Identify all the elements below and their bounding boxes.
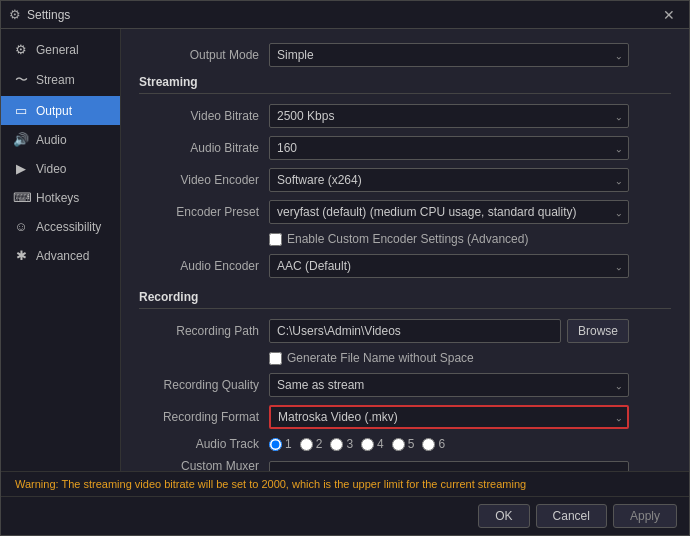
track-3[interactable]: 3 bbox=[330, 437, 353, 451]
track-3-radio[interactable] bbox=[330, 438, 343, 451]
sidebar-item-stream-label: Stream bbox=[36, 73, 75, 87]
video-bitrate-select-wrapper: 2500 Kbps bbox=[269, 104, 629, 128]
recording-path-input[interactable] bbox=[269, 319, 561, 343]
title-bar-left: ⚙ Settings bbox=[9, 7, 70, 22]
recording-quality-select-wrapper: Same as stream bbox=[269, 373, 629, 397]
encoder-preset-select-wrapper: veryfast (default) (medium CPU usage, st… bbox=[269, 200, 629, 224]
sidebar-item-general-label: General bbox=[36, 43, 79, 57]
output-mode-row: Output Mode Simple Advanced bbox=[139, 43, 671, 67]
settings-icon: ⚙ bbox=[9, 7, 21, 22]
track-1[interactable]: 1 bbox=[269, 437, 292, 451]
sidebar-item-output[interactable]: ▭ Output bbox=[1, 96, 120, 125]
track-6-radio[interactable] bbox=[422, 438, 435, 451]
title-bar: ⚙ Settings ✕ bbox=[1, 1, 689, 29]
close-button[interactable]: ✕ bbox=[657, 5, 681, 25]
video-encoder-label: Video Encoder bbox=[139, 173, 259, 187]
recording-quality-select[interactable]: Same as stream bbox=[269, 373, 629, 397]
advanced-icon: ✱ bbox=[13, 248, 29, 263]
video-encoder-select-wrapper: Software (x264) bbox=[269, 168, 629, 192]
audio-track-options: 1 2 3 4 5 bbox=[269, 437, 445, 451]
custom-muxer-label: Custom Muxer Settings bbox=[139, 459, 259, 471]
audio-encoder-select-wrapper: AAC (Default) bbox=[269, 254, 629, 278]
audio-bitrate-row: Audio Bitrate 160 bbox=[139, 136, 671, 160]
track-5-radio[interactable] bbox=[392, 438, 405, 451]
window-title: Settings bbox=[27, 8, 70, 22]
sidebar-item-audio-label: Audio bbox=[36, 133, 67, 147]
audio-track-row: Audio Track 1 2 3 4 bbox=[139, 437, 671, 451]
recording-format-select-wrapper: Matroska Video (.mkv) bbox=[269, 405, 629, 429]
path-row: Browse bbox=[269, 319, 629, 343]
sidebar-item-video-label: Video bbox=[36, 162, 66, 176]
sidebar-item-accessibility[interactable]: ☺ Accessibility bbox=[1, 212, 120, 241]
sidebar-item-hotkeys-label: Hotkeys bbox=[36, 191, 79, 205]
recording-title: Recording bbox=[139, 290, 671, 309]
sidebar: ⚙ General 〜 Stream ▭ Output 🔊 Audio ▶ Vi… bbox=[1, 29, 121, 471]
encoder-preset-label: Encoder Preset bbox=[139, 205, 259, 219]
sidebar-item-accessibility-label: Accessibility bbox=[36, 220, 101, 234]
audio-track-label: Audio Track bbox=[139, 437, 259, 451]
custom-encoder-label: Enable Custom Encoder Settings (Advanced… bbox=[287, 232, 528, 246]
apply-button[interactable]: Apply bbox=[613, 504, 677, 528]
sidebar-item-audio[interactable]: 🔊 Audio bbox=[1, 125, 120, 154]
recording-format-label: Recording Format bbox=[139, 410, 259, 424]
recording-format-row: Recording Format Matroska Video (.mkv) bbox=[139, 405, 671, 429]
audio-bitrate-label: Audio Bitrate bbox=[139, 141, 259, 155]
video-bitrate-select[interactable]: 2500 Kbps bbox=[269, 104, 629, 128]
warning-text: Warning: The streaming video bitrate wil… bbox=[15, 478, 526, 490]
streaming-title: Streaming bbox=[139, 75, 671, 94]
streaming-section: Streaming Video Bitrate 2500 Kbps Audio … bbox=[139, 75, 671, 278]
settings-window: ⚙ Settings ✕ ⚙ General 〜 Stream ▭ Output… bbox=[0, 0, 690, 536]
generate-filename-label: Generate File Name without Space bbox=[287, 351, 474, 365]
sidebar-item-advanced[interactable]: ✱ Advanced bbox=[1, 241, 120, 270]
track-1-radio[interactable] bbox=[269, 438, 282, 451]
recording-path-label: Recording Path bbox=[139, 324, 259, 338]
video-encoder-select[interactable]: Software (x264) bbox=[269, 168, 629, 192]
sidebar-item-stream[interactable]: 〜 Stream bbox=[1, 64, 120, 96]
track-2[interactable]: 2 bbox=[300, 437, 323, 451]
recording-path-row: Recording Path Browse bbox=[139, 319, 671, 343]
audio-encoder-select[interactable]: AAC (Default) bbox=[269, 254, 629, 278]
video-bitrate-label: Video Bitrate bbox=[139, 109, 259, 123]
accessibility-icon: ☺ bbox=[13, 219, 29, 234]
content-area: ⚙ General 〜 Stream ▭ Output 🔊 Audio ▶ Vi… bbox=[1, 29, 689, 471]
track-2-radio[interactable] bbox=[300, 438, 313, 451]
audio-bitrate-select-wrapper: 160 bbox=[269, 136, 629, 160]
video-icon: ▶ bbox=[13, 161, 29, 176]
custom-encoder-row: Enable Custom Encoder Settings (Advanced… bbox=[269, 232, 671, 246]
sidebar-item-hotkeys[interactable]: ⌨ Hotkeys bbox=[1, 183, 120, 212]
hotkeys-icon: ⌨ bbox=[13, 190, 29, 205]
footer: OK Cancel Apply bbox=[1, 496, 689, 535]
track-4[interactable]: 4 bbox=[361, 437, 384, 451]
audio-encoder-label: Audio Encoder bbox=[139, 259, 259, 273]
sidebar-item-output-label: Output bbox=[36, 104, 72, 118]
custom-muxer-row: Custom Muxer Settings bbox=[139, 459, 671, 471]
custom-encoder-checkbox[interactable] bbox=[269, 233, 282, 246]
custom-muxer-input-area bbox=[269, 461, 629, 471]
general-icon: ⚙ bbox=[13, 42, 29, 57]
generate-filename-row: Generate File Name without Space bbox=[269, 351, 671, 365]
sidebar-item-advanced-label: Advanced bbox=[36, 249, 89, 263]
custom-muxer-input[interactable] bbox=[269, 461, 629, 471]
main-content: Output Mode Simple Advanced Streaming Vi… bbox=[121, 29, 689, 471]
warning-bar: Warning: The streaming video bitrate wil… bbox=[1, 471, 689, 496]
video-encoder-row: Video Encoder Software (x264) bbox=[139, 168, 671, 192]
audio-bitrate-select[interactable]: 160 bbox=[269, 136, 629, 160]
sidebar-item-video[interactable]: ▶ Video bbox=[1, 154, 120, 183]
output-mode-label: Output Mode bbox=[139, 48, 259, 62]
browse-button[interactable]: Browse bbox=[567, 319, 629, 343]
recording-quality-label: Recording Quality bbox=[139, 378, 259, 392]
encoder-preset-select[interactable]: veryfast (default) (medium CPU usage, st… bbox=[269, 200, 629, 224]
ok-button[interactable]: OK bbox=[478, 504, 529, 528]
output-icon: ▭ bbox=[13, 103, 29, 118]
sidebar-item-general[interactable]: ⚙ General bbox=[1, 35, 120, 64]
track-6[interactable]: 6 bbox=[422, 437, 445, 451]
recording-quality-row: Recording Quality Same as stream bbox=[139, 373, 671, 397]
recording-format-select[interactable]: Matroska Video (.mkv) bbox=[269, 405, 629, 429]
output-mode-select[interactable]: Simple Advanced bbox=[269, 43, 629, 67]
cancel-button[interactable]: Cancel bbox=[536, 504, 607, 528]
stream-icon: 〜 bbox=[13, 71, 29, 89]
generate-filename-checkbox[interactable] bbox=[269, 352, 282, 365]
video-bitrate-row: Video Bitrate 2500 Kbps bbox=[139, 104, 671, 128]
track-5[interactable]: 5 bbox=[392, 437, 415, 451]
track-4-radio[interactable] bbox=[361, 438, 374, 451]
